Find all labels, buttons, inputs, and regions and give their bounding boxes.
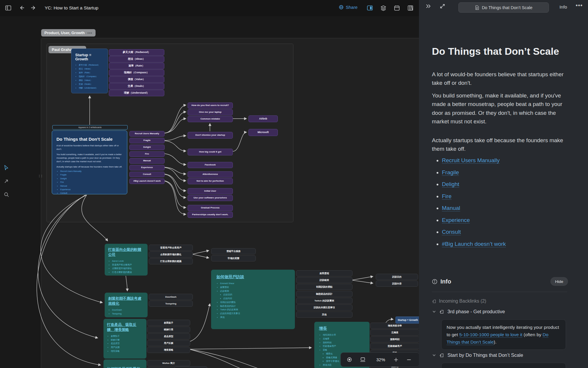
card-link[interactable]: Fragile [60, 173, 123, 177]
tag-library-icon[interactable] [407, 5, 414, 11]
card-rate[interactable]: 速率（Rate） [109, 63, 164, 69]
note-link[interactable]: Recruit Users Manually [442, 157, 500, 163]
backlink-item-title[interactable]: 3rd phase - Get productive [447, 309, 505, 314]
card-link[interactable]: Aaron Levie [112, 259, 144, 263]
card-magic-moment[interactable]: 激動時刻 [370, 336, 419, 342]
calendar-icon[interactable] [394, 5, 400, 11]
appears-in-whiteboards-bar[interactable]: Appears in 2 whiteboards [52, 125, 128, 130]
collapse-panel-icon[interactable] [425, 3, 431, 9]
backlink-item-title[interactable]: Start by Do Things that Don’t Scale [447, 352, 523, 358]
card-fire[interactable]: Fire [129, 151, 165, 157]
card-cut-off[interactable] [174, 366, 207, 368]
card-doordash[interactable]: DoorDash [149, 294, 193, 300]
card-know-industry[interactable]: 瞭解行業 [147, 326, 190, 333]
card-link[interactable]: 驗證產品的設計 [220, 304, 290, 308]
card-interview-content[interactable]: 訪談內容 [376, 281, 418, 287]
card-normal-vs-enterprise-users[interactable]: 普通用戶和企業用戶 [149, 245, 193, 251]
card-product-feedback-growth[interactable]: 打造產品、吸取反饋、增長策略 創業點子 瞭解行業 產品原型 用戶反饋 增長策略 [103, 319, 146, 359]
card-startup-growth-mini[interactable]: Startup = Growth [395, 316, 419, 324]
card-link[interactable]: 價值（Value） [79, 79, 104, 82]
card-link[interactable]: Fire [60, 180, 123, 184]
expand-panel-icon[interactable] [440, 3, 445, 9]
note-link[interactable]: #Big Launch doesn’t work [442, 241, 506, 247]
card-link[interactable]: 激動時刻 [323, 341, 365, 345]
card-wufoo-intro[interactable]: Wufoo 簡介 [147, 360, 190, 366]
board-label-menu-icon[interactable]: ••• [87, 31, 92, 35]
card-interview-notes[interactable]: 訪談的具體注意事項 [296, 304, 353, 311]
backlink-item[interactable]: Start by Do Things that Don’t Scale [432, 352, 523, 358]
card-not-perfection[interactable]: Not to aim for perfection [188, 178, 233, 184]
card-link[interactable]: Delight [60, 177, 123, 180]
card-link[interactable]: 北極星 [323, 337, 365, 341]
card-dont-scale-early[interactable]: 創業初期不應該考慮規模化 DoorDash Teespring [105, 293, 148, 317]
card-link[interactable]: Experience [60, 188, 123, 191]
card-link[interactable]: 創業歷程 [220, 286, 290, 289]
zoom-out-icon[interactable] [406, 357, 412, 362]
card-prototype[interactable]: 產品原型 [147, 333, 190, 339]
card-link[interactable]: 企業軟體市場的變化 [112, 267, 144, 271]
card-link[interactable]: 想法（Ideas） [79, 67, 104, 71]
card-link[interactable]: 增長策略 [111, 349, 143, 353]
card-validate-product-design[interactable]: 驗證產品的設計 [296, 291, 353, 297]
card-understand[interactable]: 理解（Understand） [109, 90, 164, 96]
card-link[interactable]: 訪談內容 [223, 297, 290, 301]
note-link[interactable]: Delight [442, 181, 459, 187]
card-initial-user[interactable]: Initial User [188, 188, 233, 194]
card-link[interactable]: 普通用戶和企業用戶 [112, 263, 144, 267]
card-products-users-love[interactable]: 如何打造用戶熱愛的產品 [103, 359, 146, 368]
card-link[interactable]: Manual [60, 184, 123, 188]
note-paragraph[interactable]: Actually startups take off because the f… [432, 136, 565, 153]
card-user-feedback[interactable]: 用戶反饋 [147, 340, 190, 346]
card-library-icon[interactable] [380, 5, 387, 11]
card-value[interactable]: 價值（Value） [109, 76, 164, 83]
chevron-down-icon[interactable] [432, 310, 436, 313]
card-startup-ideas[interactable]: 創業點子 [147, 320, 190, 326]
info-toggle[interactable]: Info [559, 4, 567, 10]
card-link[interactable]: 速率（Rate） [79, 71, 104, 75]
card-market-shift[interactable]: 市場的質變 [211, 255, 256, 261]
card-growth-retention[interactable]: 增長與留存率 [370, 323, 419, 329]
forward-icon[interactable] [30, 5, 37, 11]
note-paragraph[interactable]: A lot of would-be founders believe that … [432, 70, 565, 87]
card-user-interviews[interactable]: 如何做用戶訪談 Emmett Shear 創業歷程 訪談範例 訪談目的 訪談內容… [211, 270, 295, 329]
board-label[interactable]: Product, User, Growth ••• [41, 29, 96, 37]
card-gradual-process[interactable]: Gradual Process [188, 205, 233, 211]
card-partnerships[interactable]: Partnerships usually don't work. [188, 212, 233, 218]
card-founding-journey[interactable]: 創業歷程 [296, 270, 353, 276]
card-link[interactable]: 瞭解行業 [111, 338, 143, 342]
connector-tool-icon[interactable] [4, 179, 9, 184]
note-link[interactable]: Experience [442, 217, 470, 223]
card-link[interactable]: 訪談範例 [220, 289, 290, 293]
select-tool-icon[interactable] [4, 165, 9, 170]
card-link[interactable]: 產品原型 [111, 342, 143, 346]
card-growth-strategy[interactable]: 增長策略 [147, 347, 190, 353]
card-link[interactable]: 參天大樹（Redwood） [79, 63, 104, 67]
card-recruit-users-manually[interactable]: Recruit Users Manually [129, 131, 165, 137]
card-teespring[interactable]: Teespring [149, 301, 193, 307]
sidebar-toggle-icon[interactable] [5, 5, 12, 11]
card-use-your-software[interactable]: Use your software yourselves [188, 195, 233, 201]
card-startup-growth[interactable]: Startup = Growth 參天大樹（Redwood） 想法（Ideas）… [71, 49, 108, 93]
card-link[interactable]: Twitch 的訪談實例 [220, 308, 290, 312]
card-link[interactable]: Teespring [112, 312, 144, 316]
card-link[interactable]: 其他 [220, 316, 290, 319]
presentation-icon[interactable] [360, 357, 366, 362]
card-manual[interactable]: Manual [129, 158, 165, 164]
card-attentiveness[interactable]: Attentiveness [188, 171, 233, 178]
card-do-things-that-dont-scale[interactable]: Do Things that Don’t Scale A lot of woul… [52, 130, 127, 194]
card-other[interactable]: 其他 [296, 311, 353, 318]
note-tab[interactable]: Do Things that Don’t Scale [458, 2, 549, 13]
quote-link[interactable]: 5-10-100-1000 people to love it [459, 332, 522, 337]
card-fragile[interactable]: Fragile [129, 138, 165, 143]
card-early-interview-points[interactable]: 初期訪談的要點 [296, 284, 353, 290]
card-north-star[interactable]: 北極星 [370, 329, 419, 336]
chevron-down-icon[interactable] [432, 354, 436, 357]
card-delight[interactable]: Delight [129, 145, 165, 150]
card-enterprise-advice[interactable]: 打造企業軟體的建議 [149, 258, 193, 264]
note-link[interactable]: Fragile [442, 169, 459, 175]
back-icon[interactable] [19, 5, 26, 11]
card-link[interactable]: 理解（Understand） [79, 86, 104, 90]
card-twitch-example[interactable]: Twitch 的訪談實例 [296, 298, 353, 304]
card-how-find-users[interactable]: How do you find users to recruit? [188, 102, 233, 109]
card-marginal-users[interactable]: 照顧邊緣用戶 [370, 343, 419, 349]
